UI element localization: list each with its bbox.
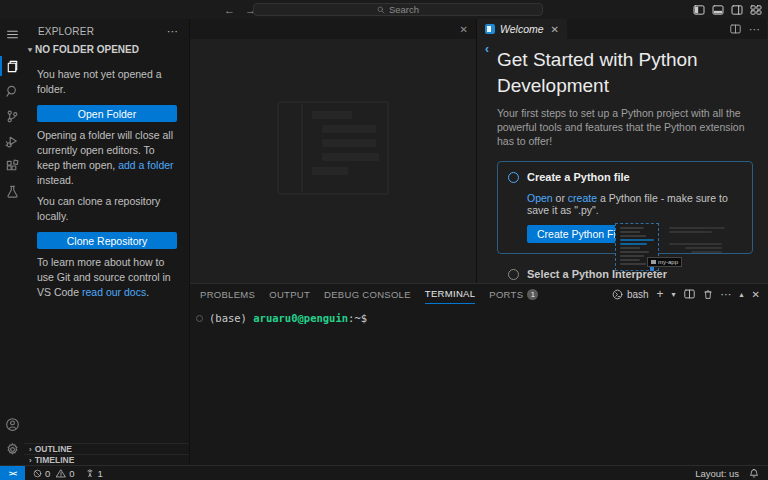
split-terminal-icon[interactable]: [684, 289, 695, 299]
activity-bar: [0, 19, 24, 465]
editor-area: ✕ Welcome: [190, 19, 768, 465]
tab-bar-right: Welcome ✕ ⋯: [477, 19, 767, 39]
keyboard-layout-status[interactable]: Layout: us: [695, 468, 739, 479]
status-bar: >< 0 0 1 Layout: us: [0, 465, 768, 480]
kill-terminal-icon[interactable]: [703, 289, 713, 300]
search-icon: [5, 84, 20, 99]
debug-icon: [5, 134, 20, 149]
close-tab-icon[interactable]: ✕: [551, 24, 559, 35]
terminal-prompt: (base) aruaru0@penguin:~$: [209, 312, 367, 324]
sidebar-title: EXPLORER: [38, 26, 94, 37]
remote-indicator[interactable]: ><: [0, 466, 25, 480]
panel-tab-terminal[interactable]: TERMINAL: [425, 284, 475, 304]
clone-repository-button[interactable]: Clone Repository: [37, 232, 177, 249]
open-file-link[interactable]: Open: [527, 192, 553, 204]
git-branch-icon: [5, 109, 20, 124]
clone-hint: You can clone a repository locally.: [37, 194, 177, 224]
thumbnail-text-graphic: [669, 227, 731, 255]
close-group-icon[interactable]: ✕: [460, 19, 468, 39]
menu-icon[interactable]: [0, 22, 24, 46]
outline-section-header[interactable]: › OUTLINE: [24, 443, 189, 454]
walkthrough-title: Get Started with Python Development: [497, 47, 742, 99]
read-docs-link[interactable]: read our docs: [82, 286, 146, 298]
vscode-window: ← → Search: [0, 0, 768, 480]
step-radio-unchecked[interactable]: [508, 172, 519, 183]
sidebar-item-source-control[interactable]: [0, 104, 24, 128]
customize-layout-icon[interactable]: [750, 5, 762, 15]
notifications-bell-icon[interactable]: [749, 468, 759, 479]
explorer-sidebar: EXPLORER ⋯ ▾ NO FOLDER OPENED You have n…: [24, 19, 190, 465]
python-walkthrough: ‹ Get Started with Python Development Yo…: [477, 39, 767, 283]
editor-group-empty: ✕: [190, 19, 477, 283]
settings-gear-icon[interactable]: [0, 437, 24, 461]
timeline-section-header[interactable]: › TIMELINE: [24, 454, 189, 465]
sidebar-more-actions-icon[interactable]: ⋯: [167, 25, 179, 38]
toggle-panel-icon[interactable]: [712, 5, 724, 15]
problems-status[interactable]: 0 0: [33, 468, 75, 479]
editor-group-welcome: Welcome ✕ ⋯ ‹ Get Started with Python De…: [477, 19, 767, 283]
step-description: Open or create a Python file - make sure…: [527, 192, 742, 216]
no-folder-text: You have not yet opened a folder.: [37, 67, 177, 97]
extensions-icon: [5, 159, 20, 174]
docs-hint: To learn more about how to use Git and s…: [37, 255, 177, 300]
panel-tab-problems[interactable]: PROBLEMS: [200, 284, 255, 304]
warning-icon: [56, 469, 66, 478]
editor-watermark: [277, 101, 389, 195]
add-folder-link[interactable]: add a folder: [118, 159, 173, 171]
thumbnail-cursor: [650, 267, 654, 271]
maximize-panel-icon[interactable]: ▴: [740, 290, 744, 299]
error-icon: [33, 469, 42, 478]
panel-tab-debug-console[interactable]: DEBUG CONSOLE: [324, 284, 411, 304]
search-placeholder: Search: [389, 4, 419, 15]
panel-tab-output[interactable]: OUTPUT: [269, 284, 310, 304]
chevron-right-icon: ›: [29, 445, 32, 453]
sidebar-item-run-debug[interactable]: [0, 129, 24, 153]
terminal-user-host: aruaru0@penguin: [253, 312, 348, 324]
panel-more-actions-icon[interactable]: ⋯: [721, 288, 732, 301]
new-terminal-icon[interactable]: +: [657, 287, 664, 301]
radio-tower-icon: [85, 468, 95, 478]
editor-more-actions-icon[interactable]: ⋯: [749, 23, 760, 36]
terminal-dropdown-icon[interactable]: ▾: [672, 290, 676, 299]
walkthrough-description: Your first steps to set up a Python proj…: [497, 106, 753, 148]
files-icon: [5, 59, 20, 74]
panel-tab-ports[interactable]: PORTS 1: [489, 284, 538, 304]
sidebar-item-search[interactable]: [0, 79, 24, 103]
sidebar-item-extensions[interactable]: [0, 154, 24, 178]
back-chevron-icon[interactable]: ‹: [485, 42, 489, 56]
toggle-secondary-sidebar-icon[interactable]: [731, 5, 743, 15]
split-editor-icon[interactable]: [730, 24, 741, 34]
forwarded-ports-status[interactable]: 1: [85, 468, 103, 479]
bottom-panel: PROBLEMS OUTPUT DEBUG CONSOLE TERMINAL P…: [190, 283, 768, 465]
beaker-icon: [5, 184, 20, 199]
ports-badge: 1: [527, 289, 538, 300]
open-folder-hint: Opening a folder will close all currentl…: [37, 128, 177, 188]
search-icon: [377, 6, 385, 14]
create-file-link[interactable]: create: [568, 192, 597, 204]
sidebar-item-explorer[interactable]: [0, 54, 24, 78]
chevron-right-icon: ›: [29, 456, 32, 464]
tab-welcome[interactable]: Welcome ✕: [477, 19, 567, 39]
terminal-profile[interactable]: bash: [612, 289, 649, 300]
command-decoration-icon: [196, 315, 203, 322]
welcome-page-icon: [485, 24, 495, 34]
folder-icon: [651, 260, 656, 264]
panel-header: PROBLEMS OUTPUT DEBUG CONSOLE TERMINAL P…: [190, 284, 768, 304]
command-center-search[interactable]: Search: [253, 3, 543, 16]
walkthrough-thumbnail: my-app: [587, 221, 739, 273]
accounts-icon[interactable]: [0, 412, 24, 436]
close-panel-icon[interactable]: ✕: [752, 289, 760, 300]
chevron-down-icon: ▾: [28, 45, 32, 53]
thumbnail-tooltip: my-app: [647, 257, 682, 267]
nav-back-icon[interactable]: ←: [224, 4, 235, 16]
title-bar: ← → Search: [0, 0, 768, 19]
no-folder-section-header[interactable]: ▾ NO FOLDER OPENED: [24, 42, 189, 57]
toggle-sidebar-icon[interactable]: [693, 5, 705, 15]
step-radio-unchecked[interactable]: [508, 269, 519, 280]
terminal-icon: [612, 289, 623, 300]
tab-bar-left: ✕: [190, 19, 476, 39]
terminal-content[interactable]: (base) aruaru0@penguin:~$: [190, 304, 768, 324]
sidebar-item-testing[interactable]: [0, 179, 24, 203]
open-folder-button[interactable]: Open Folder: [37, 105, 177, 122]
